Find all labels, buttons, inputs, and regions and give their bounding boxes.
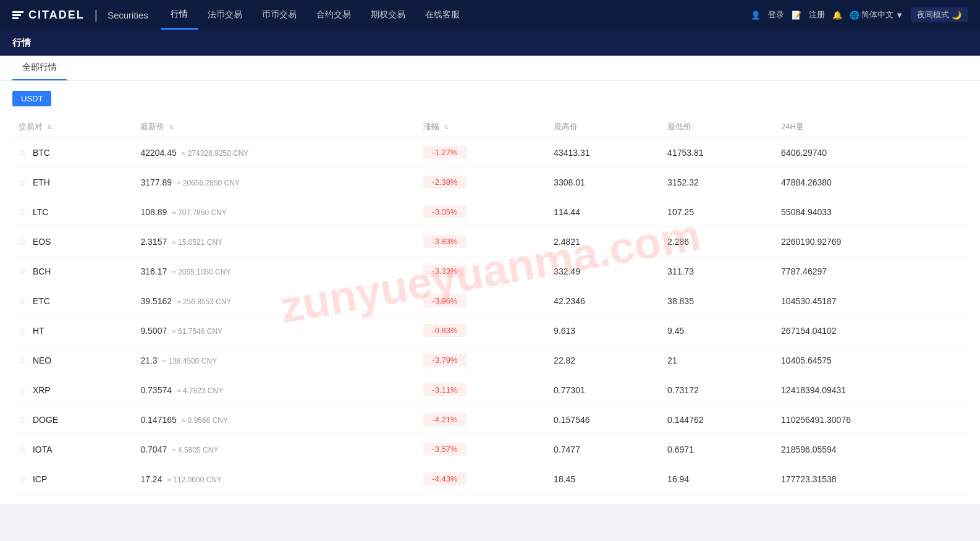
col-pair[interactable]: 交易对 ⇅	[12, 116, 134, 138]
cell-pair-10: ☆ IOTA	[12, 435, 134, 464]
table-row[interactable]: ☆ HT 9.5007 ≈ 61.7546 CNY -0.83% 9.613 9…	[12, 316, 968, 346]
star-icon-10[interactable]: ☆	[19, 445, 27, 454]
login-btn[interactable]: 登录	[768, 9, 784, 20]
price-cny-1: ≈ 20656.2850 CNY	[177, 179, 240, 187]
star-icon-7[interactable]: ☆	[19, 356, 27, 365]
pair-name-11: ICP	[33, 474, 47, 484]
table-row[interactable]: ☆ LTC 108.89 ≈ 707.7850 CNY -3.05% 114.4…	[12, 197, 968, 227]
table-row[interactable]: ☆ NEO 21.3 ≈ 138.4500 CNY -3.79% 22.82 2…	[12, 346, 968, 375]
tab-all-market[interactable]: 全部行情	[12, 56, 67, 80]
price-cny-2: ≈ 707.7850 CNY	[172, 208, 227, 217]
star-icon-1[interactable]: ☆	[19, 177, 27, 187]
star-icon-6[interactable]: ☆	[19, 326, 27, 336]
change-badge-8: -3.11%	[423, 383, 467, 396]
change-badge-0: -1.27%	[423, 146, 467, 159]
table-row[interactable]: ☆ BTC 42204.45 ≈ 274328.9250 CNY -1.27% …	[12, 138, 968, 168]
col-low: 最低价	[661, 116, 775, 138]
tab-bar: 全部行情	[0, 56, 980, 81]
night-mode-btn[interactable]: 夜间模式 🌙	[911, 7, 968, 22]
table-row[interactable]: ☆ ICP 17.24 ≈ 112.0600 CNY -4.43% 18.45 …	[12, 464, 968, 494]
cell-high-9: 0.157546	[547, 405, 661, 435]
star-icon-8[interactable]: ☆	[19, 385, 27, 395]
pair-name-6: HT	[33, 326, 44, 336]
price-main-8: 0.73574	[140, 385, 172, 395]
cell-vol-3: 2260190.92769	[775, 227, 968, 257]
nav-options[interactable]: 期权交易	[361, 0, 415, 30]
cell-low-10: 0.6971	[661, 435, 775, 464]
nav-spot[interactable]: 币币交易	[252, 0, 306, 30]
cell-change-10: -3.57%	[417, 435, 547, 464]
price-main-9: 0.147165	[140, 415, 176, 425]
table-header: 交易对 ⇅ 最新价 ⇅ 涨幅 ⇅ 最高价 最低价 24H量	[12, 116, 968, 138]
price-cny-0: ≈ 274328.9250 CNY	[182, 149, 249, 158]
cell-price-4: 316.17 ≈ 2055.1050 CNY	[134, 257, 417, 286]
table-row[interactable]: ☆ EOS 2.3157 ≈ 15.0521 CNY -3.83% 2.4821…	[12, 227, 968, 257]
cell-pair-7: ☆ NEO	[12, 346, 134, 375]
nav-support[interactable]: 在线客服	[415, 0, 470, 30]
change-badge-2: -3.05%	[423, 205, 467, 218]
sort-price-icon: ⇅	[169, 124, 174, 130]
cell-change-3: -3.83%	[417, 227, 547, 257]
logo-area: CITADEL | Securities	[12, 8, 148, 22]
table-row[interactable]: ☆ BCH 316.17 ≈ 2055.1050 CNY -3.33% 332.…	[12, 257, 968, 286]
star-icon-9[interactable]: ☆	[19, 415, 27, 425]
cell-price-8: 0.73574 ≈ 4.7823 CNY	[134, 375, 417, 405]
cell-high-8: 0.77301	[547, 375, 661, 405]
star-icon-11[interactable]: ☆	[19, 474, 27, 484]
change-badge-9: -4.21%	[423, 413, 467, 426]
register-btn[interactable]: 注册	[809, 9, 825, 20]
cell-vol-10: 218596.05594	[775, 435, 968, 464]
star-icon-3[interactable]: ☆	[19, 237, 27, 247]
change-badge-11: -4.43%	[423, 472, 467, 485]
change-badge-3: -3.83%	[423, 235, 467, 248]
cell-vol-6: 267154.04102	[775, 316, 968, 346]
cell-vol-1: 47884.26380	[775, 168, 968, 197]
star-icon-2[interactable]: ☆	[19, 207, 27, 217]
cell-low-7: 21	[661, 346, 775, 375]
table-row[interactable]: ☆ DOGE 0.147165 ≈ 0.9566 CNY -4.21% 0.15…	[12, 405, 968, 435]
market-table: 交易对 ⇅ 最新价 ⇅ 涨幅 ⇅ 最高价 最低价 24H量	[12, 116, 968, 494]
cell-price-6: 9.5007 ≈ 61.7546 CNY	[134, 316, 417, 346]
price-main-1: 3177.89	[140, 177, 172, 187]
cell-price-3: 2.3157 ≈ 15.0521 CNY	[134, 227, 417, 257]
cell-high-0: 43413.31	[547, 138, 661, 168]
cell-vol-5: 104530.45187	[775, 286, 968, 316]
sort-change-icon: ⇅	[444, 124, 449, 130]
cell-high-10: 0.7477	[547, 435, 661, 464]
sub-header: 行情	[0, 30, 980, 56]
cell-pair-2: ☆ LTC	[12, 197, 134, 227]
pair-name-4: BCH	[33, 266, 51, 276]
price-cny-10: ≈ 4.5805 CNY	[172, 446, 218, 454]
price-cny-8: ≈ 4.7823 CNY	[177, 386, 223, 395]
cell-pair-0: ☆ BTC	[12, 138, 134, 168]
nav-fiat[interactable]: 法币交易	[198, 0, 252, 30]
filter-bar: USDT	[12, 91, 968, 106]
table-row[interactable]: ☆ ETC 39.5162 ≈ 256.8553 CNY -3.96% 42.2…	[12, 286, 968, 316]
cell-pair-9: ☆ DOGE	[12, 405, 134, 435]
price-cny-9: ≈ 0.9566 CNY	[182, 416, 228, 425]
lang-btn[interactable]: 🌐 简体中文 ▼	[850, 9, 903, 20]
table-row[interactable]: ☆ XRP 0.73574 ≈ 4.7823 CNY -3.11% 0.7730…	[12, 375, 968, 405]
nav-contract[interactable]: 合约交易	[306, 0, 361, 30]
star-icon-5[interactable]: ☆	[19, 296, 27, 306]
table-row[interactable]: ☆ ETH 3177.89 ≈ 20656.2850 CNY -2.38% 33…	[12, 168, 968, 197]
star-icon-4[interactable]: ☆	[19, 266, 27, 276]
cell-high-7: 22.82	[547, 346, 661, 375]
price-cny-11: ≈ 112.0600 CNY	[167, 475, 222, 484]
col-price[interactable]: 最新价 ⇅	[134, 116, 417, 138]
table-row[interactable]: ☆ IOTA 0.7047 ≈ 4.5805 CNY -3.57% 0.7477…	[12, 435, 968, 464]
star-icon-0[interactable]: ☆	[19, 148, 27, 158]
volume-icon[interactable]: 🔔	[832, 11, 842, 20]
price-main-5: 39.5162	[140, 296, 172, 306]
col-change[interactable]: 涨幅 ⇅	[417, 116, 547, 138]
cell-change-9: -4.21%	[417, 405, 547, 435]
usdt-filter-btn[interactable]: USDT	[12, 91, 51, 106]
cell-price-10: 0.7047 ≈ 4.5805 CNY	[134, 435, 417, 464]
logo-icon	[12, 11, 23, 19]
register-icon: 📝	[792, 11, 801, 20]
pair-name-1: ETH	[33, 177, 50, 187]
change-badge-7: -3.79%	[423, 354, 467, 367]
cell-pair-8: ☆ XRP	[12, 375, 134, 405]
cell-price-1: 3177.89 ≈ 20656.2850 CNY	[134, 168, 417, 197]
nav-market[interactable]: 行情	[161, 0, 198, 30]
